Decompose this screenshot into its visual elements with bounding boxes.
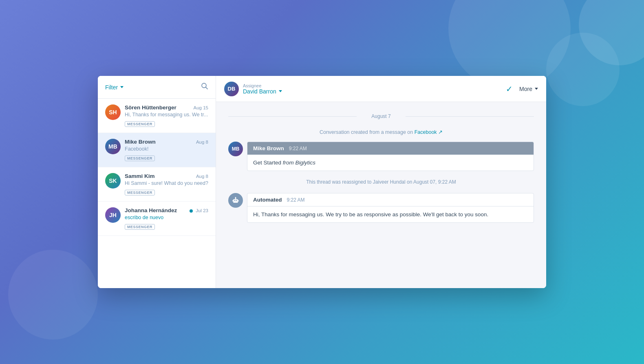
search-icon — [201, 82, 208, 90]
conv-name-sammi: Sammi Kim — [125, 173, 155, 179]
svg-rect-8 — [238, 200, 239, 202]
msg-sender-automated: Automated — [253, 197, 282, 203]
avatar-sammi: SK — [105, 173, 121, 189]
msg-header-automated: Automated 9:22 AM — [247, 193, 534, 206]
conv-date-soren: Aug 15 — [194, 105, 208, 110]
header-actions: ✓ More — [506, 84, 538, 94]
main-panel: DB Assignee David Barron ✓ More Au — [216, 76, 546, 288]
conv-info-johanna: Johanna Hernández Jul 23 escribo de nuev… — [125, 207, 208, 230]
conv-date-sammi: Aug 8 — [196, 174, 208, 179]
deco-circle-bottom-right — [546, 33, 620, 106]
svg-point-6 — [235, 197, 236, 198]
filter-button[interactable]: Filter — [105, 84, 124, 91]
msg-bubble-mike: Mike Brown 9:22 AM Get Started from Bigl… — [247, 142, 534, 171]
assignee-info: Assignee David Barron — [243, 83, 282, 95]
filter-label: Filter — [105, 84, 118, 91]
conv-date-johanna: Jul 23 — [190, 208, 208, 213]
msg-header-mike: Mike Brown 9:22 AM — [247, 142, 534, 155]
msg-body-mike: Get Started from Biglytics — [247, 155, 534, 171]
conv-item-mike[interactable]: MB Mike Brown Aug 8 Facebook! MESSENGER — [98, 133, 216, 167]
bot-icon — [232, 196, 240, 204]
date-divider: August 7 — [228, 113, 534, 119]
msg-avatar-mike: MB — [228, 142, 243, 156]
msg-bubble-automated: Automated 9:22 AM Hi, Thanks for messagi… — [247, 193, 534, 223]
svg-rect-3 — [234, 200, 235, 201]
message-row-automated: Automated 9:22 AM Hi, Thanks for messagi… — [228, 193, 534, 223]
unread-dot-johanna — [190, 209, 193, 213]
more-chevron-icon — [535, 88, 538, 90]
conv-name-johanna: Johanna Hernández — [125, 207, 177, 213]
conversation-list: SH Sören Hüttenberger Aug 15 Hi, Thanks … — [98, 99, 216, 288]
assignee-avatar: DB — [224, 82, 239, 96]
sidebar-header: Filter — [98, 76, 216, 99]
svg-rect-7 — [232, 200, 233, 202]
svg-line-1 — [206, 87, 208, 89]
search-button[interactable] — [201, 82, 208, 92]
filter-chevron-icon — [120, 86, 124, 88]
conv-name-mike: Mike Brown — [125, 139, 156, 145]
svg-rect-4 — [236, 200, 237, 201]
msg-avatar-bot — [228, 193, 243, 208]
conv-info-sammi: Sammi Kim Aug 8 Hi Sammi - sure! What do… — [125, 173, 208, 195]
chat-area: August 7 Conversation created from a mes… — [216, 102, 546, 288]
more-button[interactable]: More — [519, 86, 538, 92]
panel-header: DB Assignee David Barron ✓ More — [216, 76, 546, 102]
conv-info-soren: Sören Hüttenberger Aug 15 Hi, Thanks for… — [125, 104, 208, 127]
message-row-mike: MB Mike Brown 9:22 AM Get Started from B… — [228, 142, 534, 171]
conv-date-mike: Aug 8 — [196, 140, 208, 144]
conv-item-soren[interactable]: SH Sören Hüttenberger Aug 15 Hi, Thanks … — [98, 99, 216, 133]
conv-item-johanna[interactable]: JH Johanna Hernández Jul 23 escribo de n… — [98, 202, 216, 236]
conv-item-sammi[interactable]: SK Sammi Kim Aug 8 Hi Sammi - sure! What… — [98, 167, 216, 202]
conv-badge-johanna: MESSENGER — [125, 224, 155, 230]
conv-info-mike: Mike Brown Aug 8 Facebook! MESSENGER — [125, 139, 208, 161]
facebook-link[interactable]: Facebook ↗ — [415, 129, 443, 135]
assignee-chevron-icon — [279, 90, 282, 92]
avatar-soren: SH — [105, 104, 121, 120]
msg-time-mike: 9:22 AM — [289, 146, 307, 151]
msg-time-automated: 9:22 AM — [287, 197, 305, 203]
svg-rect-2 — [233, 199, 238, 203]
conv-badge-sammi: MESSENGER — [125, 190, 155, 195]
msg-sender-mike: Mike Brown — [253, 145, 284, 151]
avatar-mike: MB — [105, 139, 121, 154]
conv-badge-mike: MESSENGER — [125, 155, 155, 161]
avatar-johanna: JH — [105, 207, 121, 223]
system-message-facebook: Conversation created from a message on F… — [228, 129, 534, 135]
msg-body-automated: Hi, Thanks for messaging us. We try to b… — [247, 206, 534, 222]
assignee-section: DB Assignee David Barron — [224, 82, 282, 96]
resolve-check-icon[interactable]: ✓ — [506, 84, 513, 94]
app-window: Filter SH Sören Hüttenberger Aug 15 — [98, 76, 546, 288]
conv-preview-sammi: Hi Sammi - sure! What do you need? — [125, 180, 208, 186]
conv-preview-johanna: escribo de nuevo — [125, 215, 208, 220]
conv-preview-mike: Facebook! — [125, 146, 208, 152]
sidebar: Filter SH Sören Hüttenberger Aug 15 — [98, 76, 216, 288]
conv-badge-soren: MESSENGER — [125, 121, 155, 127]
conv-preview-soren: Hi, Thanks for messaging us. We tr... — [125, 112, 208, 118]
assignee-label: Assignee — [243, 83, 282, 88]
conv-name-soren: Sören Hüttenberger — [125, 104, 176, 111]
reassign-notice: This thread was reassigned to Jaiveer Hu… — [228, 179, 534, 185]
assignee-name[interactable]: David Barron — [243, 88, 282, 95]
